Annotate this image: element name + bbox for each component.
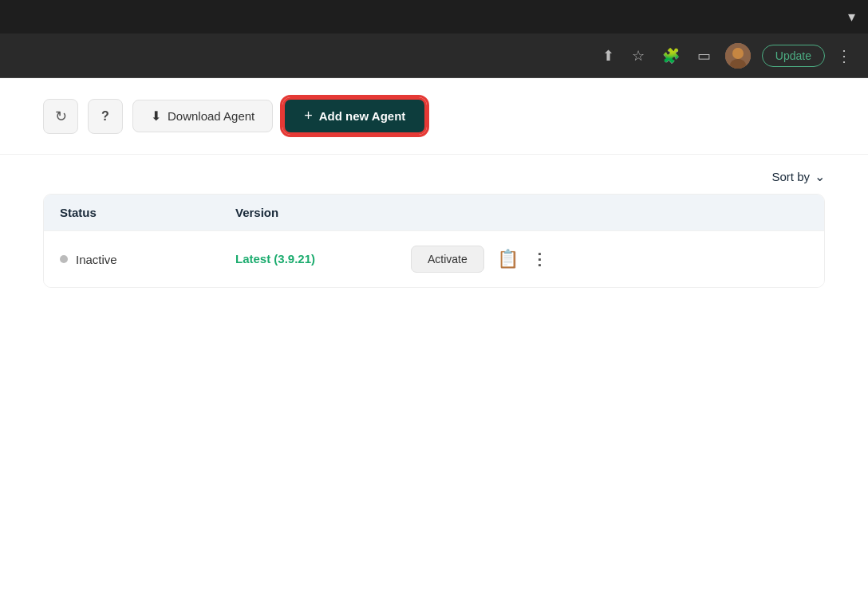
svg-point-1 bbox=[733, 48, 743, 57]
table-header: Status Version bbox=[44, 195, 824, 230]
download-agent-label: Download Agent bbox=[168, 109, 254, 123]
download-agent-button[interactable]: ⬇ Download Agent bbox=[132, 100, 273, 132]
sidebar-toggle-icon[interactable]: ▭ bbox=[694, 44, 714, 68]
refresh-button[interactable]: ↻ bbox=[43, 99, 78, 134]
row-more-options-icon[interactable]: ⋮ bbox=[531, 250, 548, 269]
refresh-icon: ↻ bbox=[55, 108, 67, 125]
help-button[interactable]: ? bbox=[88, 99, 123, 134]
agents-table: Status Version Inactive Latest (3.9.21) … bbox=[43, 194, 825, 288]
actions-cell: Activate 📋 ⋮ bbox=[411, 246, 808, 273]
add-new-agent-button[interactable]: + Add new Agent bbox=[282, 97, 427, 135]
avatar-image bbox=[725, 43, 751, 69]
version-column-header: Version bbox=[235, 206, 411, 219]
share-icon[interactable]: ⬆ bbox=[599, 44, 617, 68]
add-new-agent-label: Add new Agent bbox=[319, 109, 406, 123]
plus-icon: + bbox=[304, 108, 313, 124]
sort-by-button[interactable]: Sort by ⌄ bbox=[771, 169, 825, 184]
page-content: ↻ ? ⬇ Download Agent + Add new Agent Sor… bbox=[0, 78, 868, 288]
version-cell: Latest (3.9.21) bbox=[235, 252, 411, 266]
actions-column-header bbox=[411, 206, 808, 219]
browser-top-bar: ▾ bbox=[0, 0, 868, 33]
browser-toolbar: ⬆ ☆ 🧩 ▭ Update ⋮ bbox=[0, 33, 868, 78]
activate-button[interactable]: Activate bbox=[411, 246, 484, 273]
status-text: Inactive bbox=[76, 253, 117, 266]
chevron-down-icon[interactable]: ▾ bbox=[848, 8, 855, 26]
status-dot-inactive bbox=[60, 255, 68, 263]
extensions-icon[interactable]: 🧩 bbox=[659, 44, 683, 68]
status-cell: Inactive bbox=[60, 253, 235, 266]
table-row: Inactive Latest (3.9.21) Activate 📋 ⋮ bbox=[44, 230, 824, 287]
status-column-header: Status bbox=[60, 206, 235, 219]
sort-by-label: Sort by bbox=[771, 170, 810, 183]
clipboard-icon[interactable]: 📋 bbox=[497, 249, 519, 269]
download-icon: ⬇ bbox=[151, 108, 161, 124]
avatar[interactable] bbox=[725, 43, 751, 69]
bookmark-icon[interactable]: ☆ bbox=[629, 44, 648, 68]
version-text: Latest (3.9.21) bbox=[235, 252, 315, 266]
sort-bar: Sort by ⌄ bbox=[0, 155, 868, 194]
help-icon: ? bbox=[101, 109, 109, 124]
chevron-down-sort-icon: ⌄ bbox=[815, 169, 825, 184]
action-bar: ↻ ? ⬇ Download Agent + Add new Agent bbox=[0, 78, 868, 155]
update-button[interactable]: Update bbox=[762, 45, 825, 67]
more-options-icon[interactable]: ⋮ bbox=[836, 46, 852, 65]
